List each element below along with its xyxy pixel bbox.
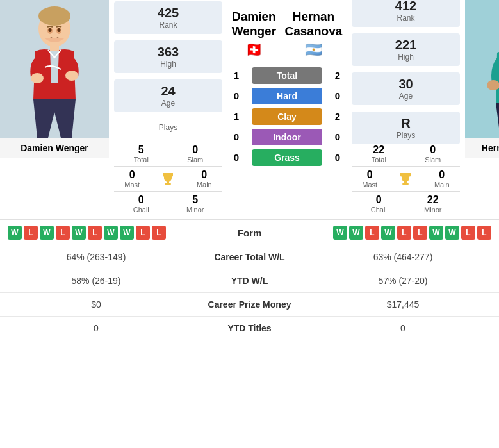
form-badge-w: W <box>8 226 22 240</box>
right-player-name-label: Hernan Casanova <box>465 138 499 158</box>
right-age-label: Age <box>355 92 457 101</box>
titles-row: 0 YTD Titles 0 <box>0 317 499 340</box>
form-badge-w: W <box>381 226 395 240</box>
left-high-value: 363 <box>117 45 219 60</box>
grass-left-num: 0 <box>227 152 245 163</box>
left-total-lbl: Total <box>114 156 168 163</box>
left-minor-stat: 5 Minor <box>168 194 223 213</box>
right-slam-stat: 0 Slam <box>406 144 461 163</box>
hard-right-num: 0 <box>329 90 347 101</box>
stats-comparison-table: 64% (263-149) Career Total W/L 63% (464-… <box>0 245 499 340</box>
indoor-left-num: 0 <box>227 131 245 142</box>
left-stats-row-3: 0 Chall 5 Minor <box>114 194 222 213</box>
right-prize: $17,445 <box>307 293 499 317</box>
right-stats-row-3: 0 Chall 22 Minor <box>352 194 460 213</box>
svg-point-9 <box>58 28 61 32</box>
right-mast-lbl: Mast <box>352 181 388 188</box>
right-player-stats: 412 Rank 221 High 30 Age R Plays <box>347 0 465 219</box>
svg-point-8 <box>49 28 52 32</box>
form-badge-w: W <box>120 226 134 240</box>
right-stats-row-2: 0 Mast 0 Main <box>352 169 460 188</box>
form-badge-l: L <box>461 226 475 240</box>
right-ytd-wl: 57% (27-20) <box>307 269 499 293</box>
svg-rect-3 <box>50 44 59 51</box>
form-badge-l: L <box>365 226 379 240</box>
right-age-value: 30 <box>355 77 457 92</box>
left-player-photo <box>0 0 109 138</box>
surface-rows: 1 Total 2 0 Hard 0 1 Clay 2 0 Indoor 0 0… <box>227 63 347 170</box>
grass-right-num: 0 <box>329 152 347 163</box>
right-slam-lbl: Slam <box>406 156 461 163</box>
surface-row-total: 1 Total 2 <box>227 67 347 84</box>
left-total-val: 5 <box>114 144 168 156</box>
indoor-badge: Indoor <box>252 129 322 145</box>
surface-row-clay: 1 Clay 2 <box>227 108 347 125</box>
right-player-photo <box>465 0 499 138</box>
right-rank-box: 412 Rank <box>352 0 460 27</box>
right-plays-label: Plays <box>355 131 457 140</box>
left-stats-row-2: 0 Mast 0 Main <box>114 169 222 188</box>
right-name-center: HernanCasanova <box>285 10 343 39</box>
left-rank-box: 425 Rank <box>114 1 222 34</box>
right-mast-val: 0 <box>352 169 388 181</box>
right-trophy-icon <box>388 169 423 188</box>
left-ytd-wl: 58% (26-19) <box>0 269 192 293</box>
career-total-label: Career Total W/L <box>192 245 307 269</box>
right-high-box: 221 High <box>352 33 460 66</box>
right-flag-center: 🇦🇷 <box>285 42 343 58</box>
form-badge-l: L <box>88 226 102 240</box>
left-player-stats: 425 Rank 363 High 24 Age Plays <box>109 0 227 219</box>
left-age-box: 24 Age <box>114 79 222 112</box>
form-badge-l: L <box>24 226 38 240</box>
form-badge-l: L <box>56 226 70 240</box>
left-chall-stat: 0 Chall <box>114 194 168 213</box>
right-chall-lbl: Chall <box>352 206 406 213</box>
right-high-label: High <box>355 53 457 62</box>
left-chall-lbl: Chall <box>114 206 168 213</box>
left-main-val: 0 <box>186 169 222 181</box>
left-age-label: Age <box>117 99 219 108</box>
prize-label: Career Prize Money <box>192 293 307 317</box>
left-high-label: High <box>117 60 219 69</box>
form-badge-w: W <box>429 226 443 240</box>
svg-point-5 <box>65 71 78 81</box>
form-badge-l: L <box>413 226 427 240</box>
form-badge-l: L <box>397 226 411 240</box>
right-plays-box: R Plays <box>352 112 460 144</box>
right-total-val: 22 <box>352 144 406 156</box>
total-left-num: 1 <box>227 70 245 81</box>
left-rank-value: 425 <box>117 6 219 21</box>
surface-row-indoor: 0 Indoor 0 <box>227 129 347 145</box>
right-main-lbl: Main <box>424 181 460 188</box>
right-main-stat: 0 Main <box>424 169 460 188</box>
left-minor-val: 5 <box>168 194 223 206</box>
surface-row-hard: 0 Hard 0 <box>227 88 347 104</box>
left-player-name-label: Damien Wenger <box>0 138 109 158</box>
page-wrapper: Damien Wenger 425 Rank 363 High 24 Age <box>0 0 499 340</box>
left-plays-box: Plays <box>114 119 222 137</box>
right-plays-value: R <box>355 116 457 131</box>
right-total-stat: 22 Total <box>352 144 406 163</box>
left-flag-center: 🇨🇭 <box>232 42 276 58</box>
surface-row-grass: 0 Grass 0 <box>227 149 347 166</box>
left-mast-stat: 0 Mast <box>114 169 150 188</box>
left-form-badges: WLWLWLWWLL <box>8 226 166 240</box>
left-high-box: 363 High <box>114 40 222 73</box>
right-chall-stat: 0 Chall <box>352 194 406 213</box>
left-stats-row-1: 5 Total 0 Slam <box>114 144 222 163</box>
grass-badge: Grass <box>252 149 322 166</box>
left-chall-val: 0 <box>114 194 168 206</box>
form-badge-l: L <box>136 226 150 240</box>
left-titles: 0 <box>0 317 192 340</box>
left-main-lbl: Main <box>186 181 222 188</box>
right-form-badges: WWLWLLWWLL <box>333 226 491 240</box>
svg-rect-10 <box>167 181 169 183</box>
right-chall-val: 0 <box>352 194 406 206</box>
left-name-center: DamienWenger <box>232 10 276 39</box>
clay-right-num: 2 <box>329 111 347 122</box>
clay-left-num: 1 <box>227 111 245 122</box>
titles-label: YTD Titles <box>192 317 307 340</box>
hard-badge: Hard <box>252 88 322 104</box>
right-minor-lbl: Minor <box>406 206 461 213</box>
left-mini-stats: 5 Total 0 Slam 0 Mast <box>109 138 227 219</box>
